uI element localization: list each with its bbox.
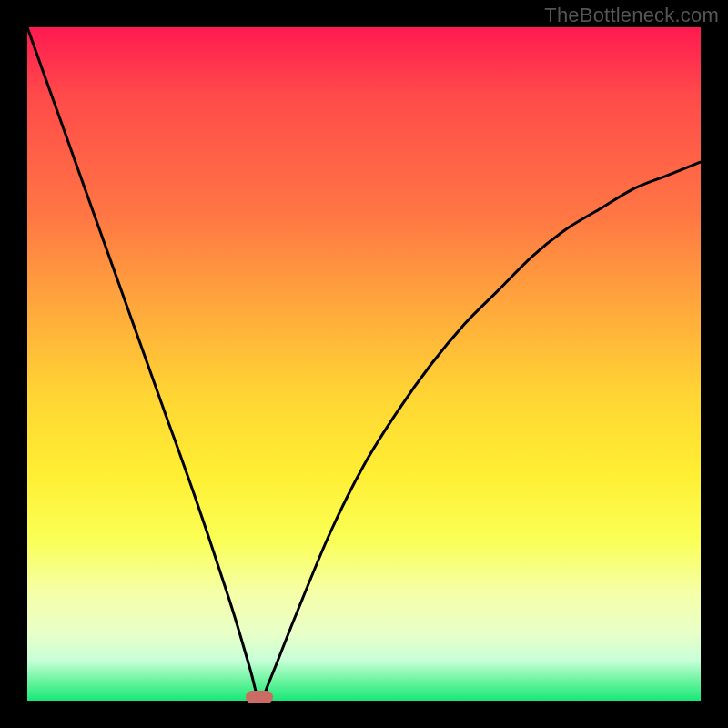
watermark-text: TheBottleneck.com xyxy=(544,4,719,27)
curve-path xyxy=(27,27,701,701)
chart-plot-area xyxy=(27,27,701,701)
bottleneck-curve xyxy=(27,27,701,701)
minimum-marker xyxy=(246,691,273,703)
chart-frame: TheBottleneck.com xyxy=(0,0,728,728)
